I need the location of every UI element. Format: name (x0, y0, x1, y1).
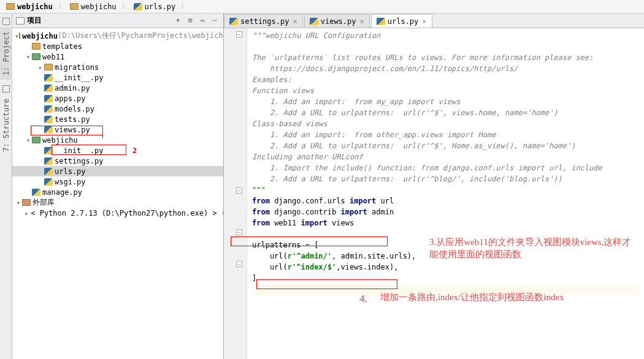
tab-settings[interactable]: settings.py× (224, 14, 303, 28)
split-icon[interactable]: ⇔ (197, 16, 207, 26)
annotation-number-2: 2 (132, 146, 137, 155)
chevron-right-icon: 〉 (56, 1, 66, 12)
close-icon[interactable]: × (360, 17, 364, 26)
tree-root[interactable]: ▾webjichu (D:\Users\侠仔\PycharmProjects\w… (12, 31, 223, 41)
code-line: 2. Add a URL to urlpatterns: url(r'^$', … (252, 108, 558, 117)
code-line: from web11 import views (252, 219, 354, 227)
python-icon (44, 116, 53, 123)
code-line: https://docs.djangoproject.com/en/1.11/t… (252, 64, 518, 73)
tree-label: admin.py (55, 84, 90, 93)
tab-label: settings.py (240, 17, 289, 26)
python-icon (44, 147, 53, 154)
tree-external-libs[interactable]: ▾外部库 (12, 197, 223, 208)
tree-file[interactable]: settings.py (12, 156, 223, 166)
close-icon[interactable]: × (293, 17, 297, 26)
code-line: Including another URLconf (252, 153, 363, 161)
project-tree[interactable]: ▾webjichu (D:\Users\侠仔\PycharmProjects\w… (12, 28, 223, 359)
django-folder-icon (32, 137, 40, 143)
tree-label: models.py (55, 105, 94, 113)
python-icon (44, 178, 53, 186)
tree-file[interactable]: wsgi.py (12, 176, 223, 187)
structure-tool-tab[interactable]: 7: Structure (0, 94, 12, 156)
python-icon (44, 157, 53, 165)
code-editor[interactable]: − − − − """webjichu URL Configuration Th… (224, 28, 644, 359)
project-tool-icon[interactable] (2, 18, 10, 25)
python-icon (44, 126, 53, 134)
tree-label: web11 (42, 53, 64, 61)
breadcrumb-label: urls.py (145, 2, 176, 11)
code-line: 1. Add an import: from my_app import vie… (252, 97, 461, 106)
folder-icon (6, 3, 15, 10)
tree-label: webjichu (42, 136, 78, 145)
fold-toggle[interactable]: − (236, 261, 242, 267)
editor-gutter[interactable]: − − − − (224, 28, 247, 359)
code-line: Examples: (252, 75, 292, 84)
editor-tabs: settings.py× views.py× urls.py× (224, 13, 644, 28)
fold-toggle[interactable]: − (236, 187, 242, 194)
tree-label: < Python 2.7.13 (D:\Python27\python.exe)… (31, 209, 223, 217)
expand-toggle[interactable]: ▾ (25, 136, 32, 145)
expand-toggle[interactable]: ▾ (15, 198, 22, 207)
library-icon (22, 199, 31, 206)
project-panel-header: 项目 ▾ ⚙ ⇔ — (12, 13, 223, 28)
tree-file[interactable]: tests.py (12, 114, 223, 124)
python-icon (44, 85, 53, 92)
chevron-right-icon: 〉 (179, 1, 189, 12)
tree-folder-migrations[interactable]: ▸migrations (12, 62, 223, 72)
folder-icon (19, 32, 20, 39)
tree-label: __init__.py (55, 146, 103, 155)
close-icon[interactable]: × (422, 17, 426, 26)
breadcrumb-root[interactable]: webjichu (2, 1, 56, 12)
code-line: url(r'^index/$',views.index), (252, 263, 398, 271)
tab-urls[interactable]: urls.py× (371, 14, 432, 28)
breadcrumb-folder[interactable]: webjichu (66, 1, 120, 12)
hide-button[interactable]: — (210, 16, 220, 26)
folder-icon (32, 43, 40, 50)
tree-folder-templates[interactable]: templates (12, 41, 223, 51)
breadcrumb-file[interactable]: urls.py (130, 1, 180, 12)
tree-label: tests.py (55, 115, 90, 124)
tree-file[interactable]: apps.py (12, 93, 223, 104)
tree-hint: (D:\Users\侠仔\PycharmProjects\webjichu) (58, 31, 223, 41)
editor-area: settings.py× views.py× urls.py× − − − − … (224, 13, 644, 359)
expand-toggle[interactable]: ▸ (25, 209, 29, 217)
tool-window-bar: 1: Project 7: Structure (0, 13, 12, 359)
python-icon (44, 105, 53, 113)
folder-icon (44, 64, 53, 70)
code-line: from django.contrib import admin (252, 208, 394, 216)
code-line: """ (252, 186, 266, 194)
code-line: The `urlpatterns` list routes URLs to vi… (252, 53, 593, 62)
expand-toggle[interactable]: ▾ (15, 32, 19, 40)
expand-toggle[interactable]: ▾ (25, 53, 32, 61)
tree-folder-web11[interactable]: ▾web11 (12, 51, 223, 62)
tree-file[interactable]: models.py (12, 104, 223, 114)
tree-file[interactable]: admin.py (12, 83, 223, 93)
expand-toggle[interactable]: ▸ (37, 63, 44, 72)
tree-python-sdk[interactable]: ▸< Python 2.7.13 (D:\Python27\python.exe… (12, 208, 223, 218)
tree-file[interactable]: __init__.py (12, 72, 223, 83)
collapse-button[interactable]: ▾ (173, 16, 183, 26)
tree-label: webjichu (22, 32, 58, 40)
django-folder-icon (32, 53, 40, 60)
fold-toggle[interactable]: − (236, 229, 242, 235)
python-icon (310, 18, 318, 25)
tree-label: urls.py (55, 167, 86, 176)
tab-label: views.py (321, 17, 356, 26)
tree-file[interactable]: views.py (12, 124, 223, 135)
tree-file[interactable]: __init__.py (12, 145, 223, 156)
tab-views[interactable]: views.py× (304, 14, 370, 28)
settings-gear-icon[interactable]: ⚙ (185, 16, 195, 26)
fold-toggle[interactable]: − (236, 31, 242, 37)
structure-tool-icon[interactable] (2, 85, 10, 93)
project-icon (16, 17, 25, 25)
tree-label: wsgi.py (55, 178, 86, 186)
project-tool-tab[interactable]: 1: Project (0, 27, 12, 80)
python-icon (44, 95, 53, 102)
code-content[interactable]: """webjichu URL Configuration The `urlpa… (247, 28, 644, 359)
tree-label: templates (42, 42, 82, 51)
code-line: url(r'^admin/', admin.site.urls), (252, 252, 416, 260)
tree-file[interactable]: manage.py (12, 187, 223, 197)
tree-file-urls[interactable]: urls.py (12, 166, 223, 176)
tree-label: 外部库 (33, 197, 55, 208)
tree-folder-webjichu[interactable]: ▾webjichu (12, 135, 223, 145)
